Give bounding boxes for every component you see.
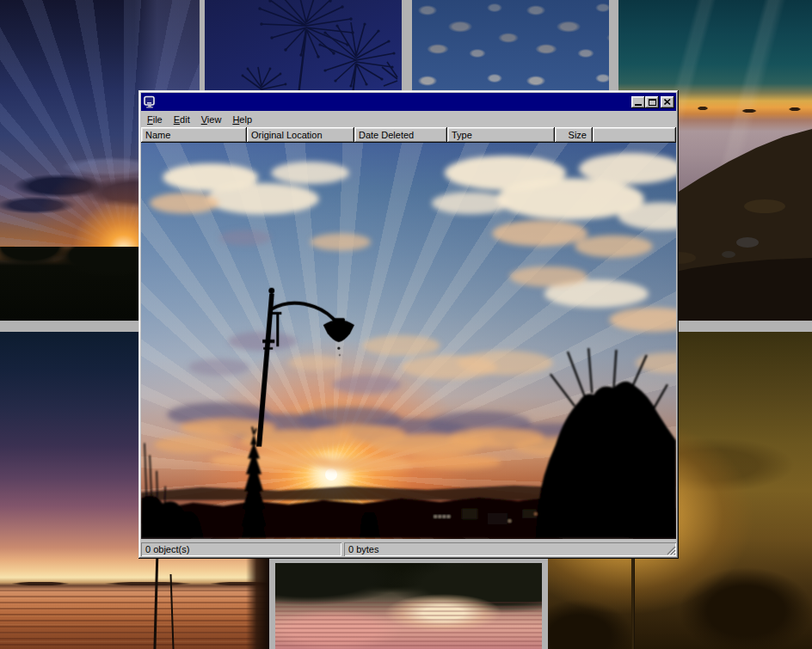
column-header-size[interactable]: Size [555, 127, 593, 143]
desktop-wallpaper: File Edit View Help Name Original Locati… [0, 0, 812, 649]
maximize-button[interactable] [645, 96, 659, 108]
column-header-type[interactable]: Type [447, 127, 555, 143]
column-header-empty [593, 127, 676, 143]
status-size: 0 bytes [344, 542, 676, 556]
list-view-area [141, 143, 676, 539]
status-bar: 0 object(s) 0 bytes [141, 539, 676, 556]
lake-water-ripples [0, 590, 269, 649]
column-header-name[interactable]: Name [141, 127, 247, 143]
close-button[interactable] [661, 96, 674, 108]
resize-grip-icon[interactable] [665, 544, 676, 555]
sunset-photo-clouds-and-foreground [141, 143, 676, 539]
column-header-original-location[interactable]: Original Location [247, 127, 354, 143]
maximize-icon [649, 99, 656, 106]
column-header-date-deleted[interactable]: Date Deleted [354, 127, 447, 143]
lake-dark-edge [246, 547, 269, 649]
menu-file[interactable]: File [142, 113, 169, 126]
close-icon [664, 99, 671, 105]
wallpaper-photo-water-reflection [275, 563, 542, 649]
reflection-ripples [275, 602, 542, 649]
menu-view[interactable]: View [196, 113, 228, 126]
menu-bar: File Edit View Help [141, 111, 676, 127]
menu-edit[interactable]: Edit [169, 113, 196, 126]
minimize-icon [635, 104, 642, 106]
menu-help[interactable]: Help [227, 113, 258, 126]
column-header-row: Name Original Location Date Deleted Type… [141, 127, 676, 143]
recycle-bin-window: File Edit View Help Name Original Locati… [138, 90, 679, 559]
lake-horizon-strip [0, 582, 269, 585]
title-bar[interactable] [141, 93, 676, 111]
program-window-icon [143, 95, 157, 108]
amber-photo-pole [631, 547, 635, 649]
status-object-count: 0 object(s) [141, 542, 341, 556]
minimize-button[interactable] [631, 96, 645, 108]
